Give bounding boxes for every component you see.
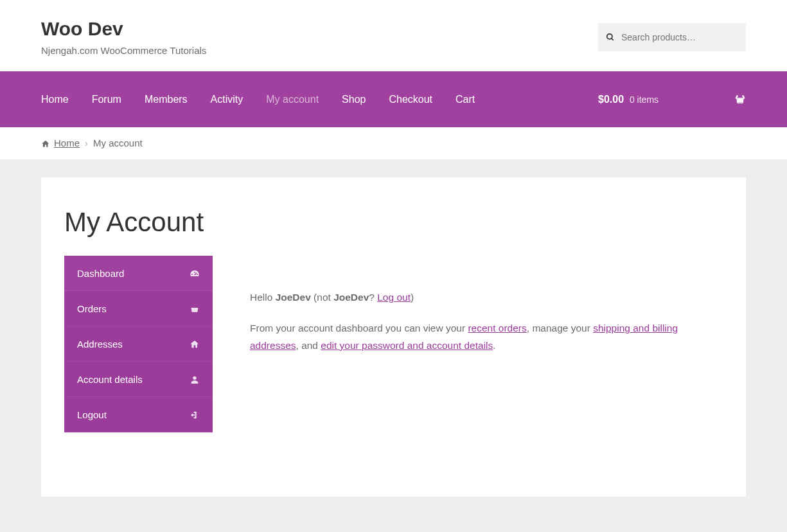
account-details-link[interactable]: edit your password and account details bbox=[321, 340, 493, 351]
page-title: My Account bbox=[64, 207, 723, 238]
account-layout: Dashboard Orders Addresses bbox=[64, 256, 723, 432]
nav-item-shop[interactable]: Shop bbox=[342, 94, 366, 105]
account-nav-label: Dashboard bbox=[77, 268, 124, 279]
page-body: My Account Dashboard Orders Addresses bbox=[0, 159, 787, 532]
dashboard-description: From your account dashboard you can view… bbox=[250, 320, 723, 354]
username-check: JoeDev bbox=[333, 292, 369, 303]
breadcrumb: Home › My account bbox=[0, 127, 787, 159]
nav-left: Home Forum Members Activity My account S… bbox=[41, 94, 475, 105]
search-icon bbox=[606, 31, 615, 43]
account-content: Hello JoeDev (not JoeDev? Log out) From … bbox=[250, 256, 723, 432]
nav-item-cart[interactable]: Cart bbox=[455, 94, 475, 105]
account-nav-label: Account details bbox=[77, 374, 143, 385]
nav-item-forum[interactable]: Forum bbox=[92, 94, 121, 105]
basket-icon bbox=[734, 93, 746, 106]
content-card: My Account Dashboard Orders Addresses bbox=[41, 177, 746, 497]
home-icon bbox=[190, 338, 200, 350]
svg-point-2 bbox=[193, 377, 196, 380]
account-nav-orders[interactable]: Orders bbox=[64, 291, 213, 326]
account-nav-logout[interactable]: Logout bbox=[64, 397, 213, 432]
navbar: Home Forum Members Activity My account S… bbox=[0, 71, 787, 127]
search-input[interactable] bbox=[598, 23, 746, 51]
topbar: Woo Dev Njengah.com WooCommerce Tutorial… bbox=[0, 0, 787, 71]
svg-point-0 bbox=[607, 34, 612, 39]
cart-items: 0 items bbox=[630, 94, 659, 105]
nav-item-home[interactable]: Home bbox=[41, 94, 69, 105]
breadcrumb-current: My account bbox=[93, 137, 143, 148]
nav-item-activity[interactable]: Activity bbox=[211, 94, 243, 105]
nav-item-members[interactable]: Members bbox=[145, 94, 188, 105]
breadcrumb-home-label: Home bbox=[54, 137, 80, 148]
account-nav-label: Addresses bbox=[77, 339, 123, 350]
account-nav-label: Orders bbox=[77, 303, 107, 314]
search-box bbox=[598, 23, 746, 51]
account-nav-details[interactable]: Account details bbox=[64, 362, 213, 397]
brand-title: Woo Dev bbox=[41, 18, 206, 40]
cart-summary[interactable]: $0.00 0 items bbox=[598, 93, 746, 106]
nav-item-myaccount[interactable]: My account bbox=[266, 94, 319, 105]
nav-item-checkout[interactable]: Checkout bbox=[389, 94, 432, 105]
greeting-line: Hello JoeDev (not JoeDev? Log out) bbox=[250, 289, 723, 306]
user-icon bbox=[190, 373, 200, 385]
home-icon bbox=[41, 137, 50, 148]
brand: Woo Dev Njengah.com WooCommerce Tutorial… bbox=[41, 18, 206, 56]
breadcrumb-separator: › bbox=[85, 137, 88, 148]
username: JoeDev bbox=[276, 292, 311, 303]
svg-line-1 bbox=[612, 39, 614, 40]
account-nav-dashboard[interactable]: Dashboard bbox=[64, 256, 213, 291]
breadcrumb-home[interactable]: Home bbox=[41, 137, 80, 148]
account-nav-addresses[interactable]: Addresses bbox=[64, 326, 213, 362]
cart-price: $0.00 bbox=[598, 94, 624, 105]
recent-orders-link[interactable]: recent orders bbox=[468, 323, 526, 333]
account-nav: Dashboard Orders Addresses bbox=[64, 256, 213, 432]
basket-icon bbox=[190, 303, 200, 314]
logout-link[interactable]: Log out bbox=[377, 292, 411, 303]
account-nav-label: Logout bbox=[77, 409, 107, 420]
signout-icon bbox=[190, 409, 200, 420]
brand-tagline: Njengah.com WooCommerce Tutorials bbox=[41, 45, 206, 56]
dashboard-icon bbox=[190, 267, 200, 279]
